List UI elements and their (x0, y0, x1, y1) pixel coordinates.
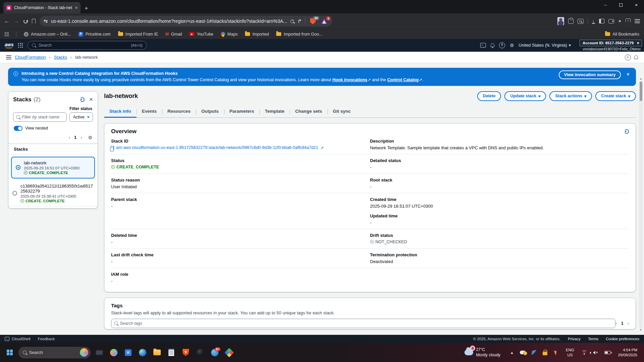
volume-muted-icon[interactable]: ✕ (593, 351, 598, 354)
stack-actions-button[interactable]: Stack actions (549, 91, 592, 101)
taskbar-clock[interactable]: 4:54 PM29/09/2025 (618, 348, 637, 358)
bookmark-amazon[interactable]: aAmazon.com – Onli... (24, 32, 71, 37)
view-invocation-summary-button[interactable]: View invocation summary (559, 70, 621, 79)
zoom-out-icon[interactable] (290, 19, 294, 23)
info-icon[interactable]: i (625, 54, 631, 60)
bookmark-youtube[interactable]: ▶YouTube (189, 32, 213, 37)
leo-ai-icon[interactable] (617, 19, 622, 23)
scroll-down-icon[interactable] (640, 328, 642, 331)
back-icon[interactable]: ← (4, 18, 10, 24)
blue-feather-icon[interactable] (530, 350, 538, 355)
browser-tab[interactable]: ▦ CloudFormation - Stack lab-netw (3, 2, 81, 13)
microsoft-store-icon[interactable]: ⊞ (122, 347, 134, 358)
stack-id-link[interactable]: arn:aws:cloudformation:us-east-1:8517256… (116, 145, 318, 150)
all-bookmarks-button[interactable]: All Bookmarks (605, 32, 639, 37)
copilot-icon[interactable] (108, 347, 119, 358)
stack-row-nested[interactable]: c138693a3541211l11863550t1w851725632279 … (8, 180, 98, 206)
vpn-shield-icon[interactable]: ) (626, 18, 631, 24)
onedrive-sync-icon[interactable] (519, 351, 527, 354)
notifications-icon[interactable] (634, 55, 638, 59)
overview-refresh-icon[interactable] (624, 129, 629, 134)
notifications-bell-icon[interactable] (491, 43, 494, 47)
close-button[interactable]: ✕ (629, 0, 644, 10)
tab-template[interactable]: Template (259, 106, 290, 117)
refresh-icon[interactable] (80, 97, 85, 102)
dark-globe-icon[interactable] (195, 347, 206, 358)
bookmark-folder-imported[interactable]: Imported (245, 32, 269, 37)
address-bar[interactable]: us-east-1.console.aws.amazon.com/cloudfo… (40, 16, 332, 27)
external-link-icon[interactable] (320, 145, 324, 150)
tags-page-number[interactable]: 1 (621, 321, 623, 326)
tab-change-sets[interactable]: Change sets (290, 106, 327, 117)
view-nested-toggle[interactable] (14, 126, 22, 131)
prev-page-icon[interactable] (69, 135, 70, 140)
radio-unselected-icon[interactable] (12, 191, 17, 196)
brave-shield-icon[interactable]: 32 (309, 18, 317, 24)
forward-icon[interactable]: → (14, 18, 19, 24)
stack-filter-input[interactable] (22, 115, 64, 119)
task-view-icon[interactable] (94, 347, 105, 358)
bookmark-folder-imported-goo[interactable]: Imported from Goo... (276, 32, 322, 37)
minimize-button[interactable]: ─ (598, 0, 613, 10)
wifi-icon[interactable] (581, 350, 587, 355)
services-grid-icon[interactable] (18, 43, 23, 48)
cloudshell-button[interactable]: >_CloudShell (5, 337, 31, 341)
chevron-down-icon[interactable] (637, 41, 639, 45)
battery-icon[interactable] (604, 351, 611, 354)
start-button[interactable] (7, 350, 13, 356)
sidebar-icon[interactable] (599, 19, 604, 23)
breadcrumb-cloudformation[interactable]: CloudFormation (15, 55, 46, 60)
browser-menu-icon[interactable] (635, 19, 640, 23)
control-catalog-link[interactable]: Control Catalog (387, 77, 419, 82)
tags-next-page-icon[interactable] (628, 321, 629, 326)
brave-icon[interactable] (180, 347, 192, 358)
extensions-icon[interactable] (568, 18, 574, 24)
notepad-icon[interactable] (166, 347, 177, 358)
side-nav-toggle-icon[interactable] (6, 55, 11, 59)
thunderbird-icon[interactable]: 9+ (209, 347, 220, 358)
new-tab-button[interactable] (85, 5, 88, 13)
tab-resources[interactable]: Resources (162, 106, 196, 117)
url-text[interactable]: us-east-1.console.aws.amazon.com/cloudfo… (51, 18, 287, 24)
settings-gear-icon[interactable]: ⚙ (510, 43, 514, 48)
account-menu[interactable]: voclabs/user4190732=Felix_Otieno (583, 47, 641, 51)
tab-parameters[interactable]: Parameters (224, 106, 260, 117)
tray-overflow-icon[interactable] (510, 351, 514, 355)
pointer-tool-icon[interactable] (552, 350, 560, 355)
cookie-preferences-link[interactable]: Cookie preferences (606, 337, 639, 341)
share-icon[interactable]: ↱ (297, 18, 302, 24)
content-scrollbar[interactable] (639, 77, 643, 331)
tab-close-icon[interactable] (75, 6, 78, 10)
tab-stack-info[interactable]: Stack info (104, 106, 137, 117)
stack-row-lab-network[interactable]: lab-network 2025-09-29 16:51:07 UTC+0300… (11, 157, 95, 178)
help-icon[interactable]: ? (499, 42, 505, 48)
bookmark-folder-imported-ie[interactable]: Imported From IE (118, 32, 158, 37)
panel-close-icon[interactable] (89, 97, 93, 102)
aws-logo[interactable]: aws (5, 42, 13, 48)
create-stack-button[interactable]: Create stack (595, 91, 636, 101)
feedback-button[interactable]: Feedback (38, 337, 55, 341)
privacy-link[interactable]: Privacy (568, 337, 581, 341)
region-selector[interactable]: United States (N. Virginia) (518, 43, 571, 48)
bookmark-icon[interactable] (32, 19, 36, 23)
scroll-up-icon[interactable] (640, 77, 642, 80)
security-lock-icon[interactable] (541, 350, 549, 355)
banner-close-icon[interactable] (626, 72, 630, 77)
diamond-kite-icon[interactable] (224, 347, 235, 358)
profile-avatar[interactable] (557, 17, 564, 25)
wallet-icon[interactable] (608, 19, 614, 23)
downloads-icon[interactable]: ↓ (592, 19, 595, 24)
weather-widget[interactable]: 4 27°CMostly cloudy (464, 347, 500, 358)
bookmark-maps[interactable]: Maps (221, 32, 238, 37)
maximize-button[interactable] (613, 0, 629, 10)
tab-events[interactable]: Events (137, 106, 162, 117)
radio-selected-icon[interactable] (16, 165, 20, 170)
tags-search-input[interactable] (120, 321, 612, 326)
terms-link[interactable]: Terms (588, 337, 598, 341)
search-tabs-icon[interactable] (578, 19, 584, 24)
tab-outputs[interactable]: Outputs (196, 106, 224, 117)
page-number[interactable]: 1 (74, 135, 77, 140)
site-settings-icon[interactable] (44, 20, 48, 22)
breadcrumb-stacks[interactable]: Stacks (54, 55, 67, 60)
taskbar-search[interactable]: Search (18, 347, 91, 358)
